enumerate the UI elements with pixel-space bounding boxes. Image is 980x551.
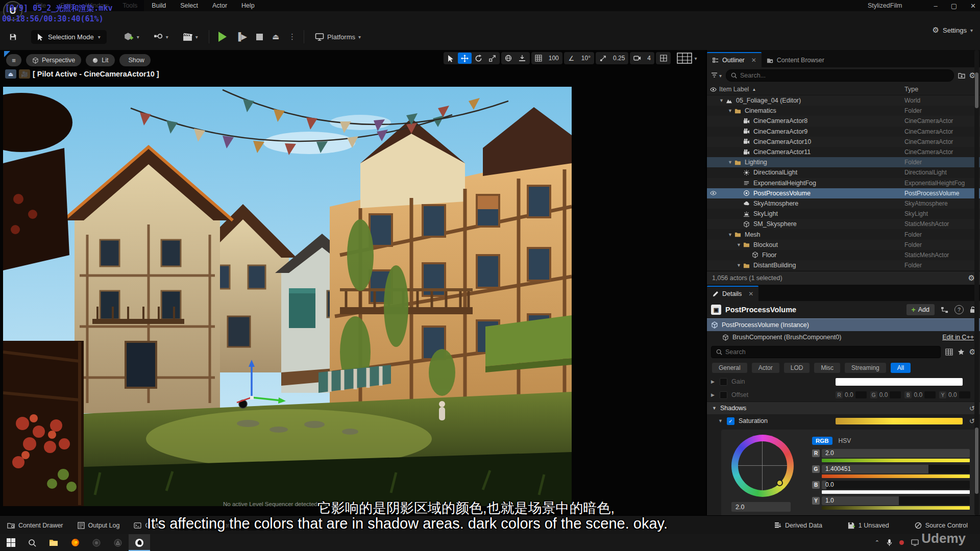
outliner-row[interactable]: ▼ 05_Foliage_04 (Editor) World: [707, 95, 980, 106]
details-category-tab[interactable]: Actor: [752, 363, 779, 373]
outliner-row[interactable]: ▼ Cinematics Folder: [707, 106, 980, 116]
property-matrix-button[interactable]: [945, 348, 953, 356]
channel-slider[interactable]: B 0.0: [812, 481, 970, 494]
tab-content-browser[interactable]: Content Browser: [762, 53, 829, 67]
outliner-row[interactable]: ▼ SkyLight SkyLight: [707, 209, 980, 219]
menu-item[interactable]: Actor: [207, 1, 232, 10]
minimize-button[interactable]: –: [934, 2, 938, 10]
view-layout-dropdown[interactable]: ▾: [676, 53, 698, 64]
rotation-snap-toggle[interactable]: ∠: [565, 53, 578, 64]
rotate-tool-button[interactable]: [472, 53, 485, 64]
tray-badge-icon[interactable]: [899, 540, 904, 545]
details-search-input[interactable]: Search: [711, 346, 941, 358]
channel-slider[interactable]: Y 1.0: [812, 496, 970, 510]
wheel-value-field[interactable]: 2.0: [731, 502, 791, 512]
move-tool-button[interactable]: [458, 53, 472, 64]
outliner-row[interactable]: ▼ Mesh Folder: [707, 229, 980, 239]
settings-dropdown[interactable]: ⚙Settings▾: [933, 26, 973, 35]
outliner-row[interactable]: ▼ Blockout Folder: [707, 240, 980, 250]
start-button[interactable]: [0, 534, 21, 551]
outliner-row[interactable]: ▼ CineCameraActor8 CineCameraActor: [707, 116, 980, 126]
component-hierarchy-button[interactable]: [941, 307, 948, 313]
select-tool-button[interactable]: [444, 53, 458, 64]
outliner-row[interactable]: ▼ CineCameraActor9 CineCameraActor: [707, 127, 980, 137]
menu-item[interactable]: Help: [236, 1, 260, 10]
unreal-engine-taskbar-button[interactable]: [129, 534, 150, 551]
offset-channel-field[interactable]: B0.0: [904, 391, 936, 398]
details-category-tab[interactable]: Misc: [814, 363, 840, 373]
color-wheel-marker[interactable]: [776, 480, 783, 486]
play-options-button[interactable]: ⋮: [288, 32, 297, 41]
expander-icon[interactable]: ▼: [737, 263, 743, 268]
viewport-menu-button[interactable]: ≡: [6, 54, 21, 66]
outliner-save-layout-button[interactable]: [958, 72, 965, 79]
tray-display-icon[interactable]: [911, 539, 919, 546]
outliner-row[interactable]: ▼ DirectionalLight DirectionalLight: [707, 167, 980, 178]
output-log-button[interactable]: Output Log: [70, 516, 127, 535]
help-button[interactable]: ?: [954, 305, 964, 314]
rotation-snap-value[interactable]: 10°: [578, 55, 594, 62]
cinematics-dropdown[interactable]: ▾: [179, 30, 202, 44]
outliner-search-input[interactable]: Search...: [726, 69, 954, 82]
hsv-mode-button[interactable]: HSV: [839, 437, 851, 444]
expander-icon[interactable]: ▼: [728, 108, 734, 113]
close-button[interactable]: ✕: [970, 2, 976, 10]
shadows-section-header[interactable]: ▼ Shadows ↺: [707, 402, 980, 414]
viewport-pill-button[interactable]: Perspective: [26, 54, 81, 66]
channel-slider[interactable]: R 2.0: [812, 449, 970, 462]
rgb-mode-button[interactable]: RGB: [812, 437, 832, 445]
selection-mode-dropdown[interactable]: Selection Mode▾: [31, 30, 107, 44]
platforms-dropdown[interactable]: Platforms▾: [311, 31, 364, 43]
outliner-row[interactable]: ▼ PostProcessVolume PostProcessVolume: [707, 188, 980, 198]
outliner-row[interactable]: ▼ CineCameraActor11 CineCameraActor: [707, 147, 980, 157]
add-component-button[interactable]: +Add: [906, 304, 935, 315]
scale-snap-value[interactable]: 0.25: [610, 55, 628, 62]
derived-data-button[interactable]: Derived Data: [767, 516, 829, 535]
eject-button[interactable]: ⏏: [272, 32, 279, 41]
outliner-header[interactable]: Item Label ▲ Type: [707, 84, 980, 95]
expander-icon[interactable]: ▼: [719, 98, 726, 103]
outliner-row[interactable]: ▼ SM_Skysphere StaticMeshActor: [707, 219, 980, 229]
outliner-row[interactable]: ▼ SkyAtmosphere SkyAtmosphere: [707, 198, 980, 209]
offset-channel-field[interactable]: Y0.0: [939, 391, 970, 398]
stop-button[interactable]: [256, 34, 263, 40]
blueprints-dropdown[interactable]: ▾: [150, 30, 172, 44]
saturation-color-bar[interactable]: [836, 418, 963, 424]
save-button[interactable]: [6, 31, 20, 43]
outliner-row[interactable]: ▼ Floor StaticMeshActor: [707, 250, 980, 260]
frame-skip-button[interactable]: ▐▶: [236, 32, 247, 41]
outliner-filter-button[interactable]: ▾: [711, 72, 722, 79]
file-explorer-button[interactable]: [43, 534, 64, 551]
viewport-pill-button[interactable]: Show: [119, 54, 151, 66]
expander-icon[interactable]: ▼: [728, 160, 734, 165]
outliner-row[interactable]: ▼ CineCameraActor10 CineCameraActor: [707, 137, 980, 147]
offset-checkbox[interactable]: [720, 391, 727, 399]
details-category-tab[interactable]: LOD: [784, 363, 810, 373]
maximize-button[interactable]: ▢: [951, 2, 957, 10]
tab-details[interactable]: Details✕: [707, 286, 758, 301]
taskbar-search-button[interactable]: [21, 534, 43, 551]
content-drawer-button[interactable]: Content Drawer: [0, 516, 70, 535]
details-scrollbar[interactable]: [974, 50, 979, 515]
expander-icon[interactable]: ▼: [737, 242, 743, 247]
gain-color-bar[interactable]: [836, 378, 963, 386]
outliner-row[interactable]: ▼ DistantBuilding Folder: [707, 260, 980, 270]
property-row-gain[interactable]: ▶ Gain: [707, 375, 980, 388]
outliner-row[interactable]: ▼ Lighting Folder: [707, 157, 980, 167]
menu-item[interactable]: Select: [175, 1, 203, 10]
camera-speed-value[interactable]: 4: [644, 55, 654, 62]
app-button-1[interactable]: [86, 534, 107, 551]
app-button-2[interactable]: [107, 534, 129, 551]
exit-pilot-button[interactable]: ⏏: [5, 69, 16, 79]
outliner-row[interactable]: ▼ ExponentialHeightFog ExponentialHeight…: [707, 178, 980, 188]
details-category-tab[interactable]: All: [891, 363, 911, 373]
close-tab-icon[interactable]: ✕: [748, 290, 753, 297]
scale-snap-toggle[interactable]: [596, 53, 610, 64]
property-row-saturation[interactable]: ▼ ✓ Saturation ↺: [707, 414, 980, 428]
property-row-offset[interactable]: ▶ Offset R0.0 G0.0 B0.0 Y0.0: [707, 388, 980, 402]
camera-speed-button[interactable]: [630, 53, 644, 64]
offset-channel-field[interactable]: G0.0: [870, 391, 901, 398]
maximize-viewport-button[interactable]: [656, 53, 670, 64]
viewport-3d-scene[interactable]: [3, 87, 572, 506]
viewport-pill-button[interactable]: Lit: [86, 54, 114, 66]
